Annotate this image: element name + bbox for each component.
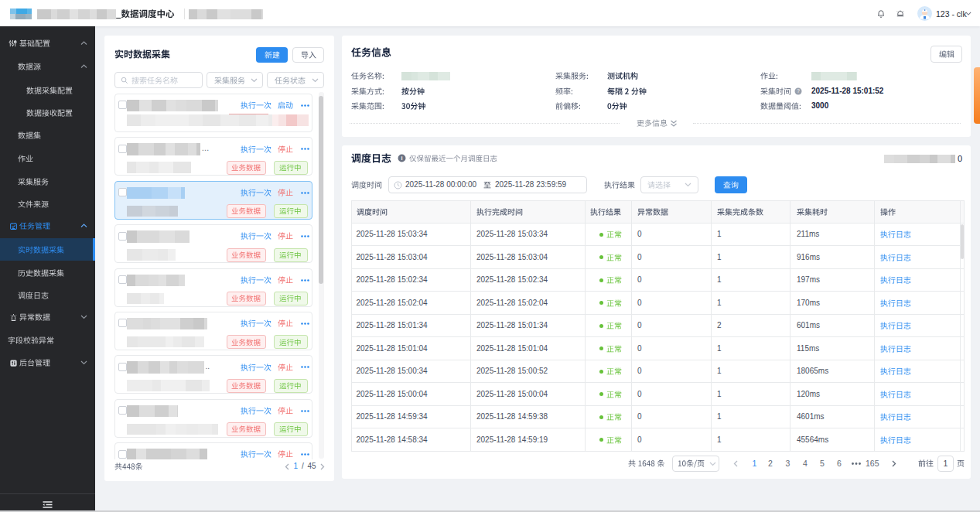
svg-text:i: i [401, 155, 403, 162]
svg-text:?: ? [797, 88, 800, 94]
